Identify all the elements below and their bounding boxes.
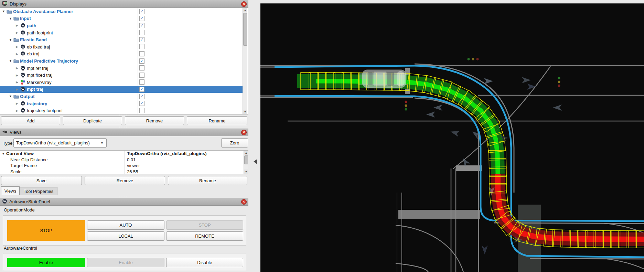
display-checkbox[interactable]: ✓ bbox=[139, 16, 144, 21]
viz-3d-view[interactable] bbox=[248, 0, 644, 272]
collapse-arrow-icon[interactable]: ▼ bbox=[9, 59, 13, 63]
property-name: Near Clip Distance bbox=[0, 157, 125, 162]
tree-item-trajectory[interactable]: ▶trajectory✓ bbox=[0, 100, 243, 107]
tree-item-eb-traj[interactable]: ▶eb traj bbox=[0, 51, 243, 58]
display-checkbox[interactable] bbox=[139, 79, 144, 85]
rviz-window: Displays ✕ ▼Obstacle Avoidance Planner✓▼… bbox=[0, 0, 644, 272]
expand-arrow-icon[interactable]: ▶ bbox=[16, 52, 20, 56]
tab-tool-properties[interactable]: Tool Properties bbox=[20, 187, 57, 195]
state-panel-close-icon[interactable]: ✕ bbox=[241, 199, 247, 205]
tree-item-label: mpt traj bbox=[27, 87, 43, 92]
display-checkbox[interactable] bbox=[139, 44, 144, 49]
tree-item-markerarray[interactable]: ▶MarkerArray bbox=[0, 79, 243, 86]
expand-arrow-icon[interactable]: ▶ bbox=[16, 45, 20, 48]
view-property-row[interactable]: Target Frameviewer bbox=[0, 163, 248, 169]
remove-display-button[interactable]: Remove bbox=[125, 116, 184, 125]
display-checkbox[interactable]: ✓ bbox=[139, 58, 144, 64]
display-checkbox[interactable]: ✓ bbox=[139, 23, 144, 28]
traffic-light-dot bbox=[472, 58, 474, 61]
splitter-handle[interactable]: ······ bbox=[0, 126, 248, 128]
remove-view-button[interactable]: Remove bbox=[85, 176, 165, 185]
views-panel-header[interactable]: Views ✕ bbox=[0, 128, 248, 136]
tree-item-input[interactable]: ▼Input✓ bbox=[0, 15, 243, 22]
collapse-arrow-icon[interactable]: ▼ bbox=[2, 152, 5, 155]
display-checkbox[interactable] bbox=[139, 51, 144, 56]
collapse-arrow-icon[interactable]: ▼ bbox=[2, 10, 7, 13]
display-icon bbox=[20, 44, 27, 50]
local-button[interactable]: LOCAL bbox=[87, 231, 164, 241]
tree-item-obstacle-avoidance-planner[interactable]: ▼Obstacle Avoidance Planner✓ bbox=[0, 8, 243, 15]
view-property-row[interactable]: Scale26.55 bbox=[0, 169, 248, 175]
views-panel-title: Views bbox=[10, 130, 21, 135]
expand-arrow-icon[interactable]: ▶ bbox=[16, 74, 20, 77]
display-checkbox[interactable]: ✓ bbox=[139, 9, 144, 14]
views-table-scrollbar[interactable]: ▲ ▼ bbox=[244, 151, 248, 174]
folder-icon bbox=[13, 37, 20, 42]
collapse-arrow-icon[interactable]: ▼ bbox=[9, 17, 13, 20]
expand-arrow-icon[interactable]: ▶ bbox=[16, 66, 20, 70]
property-value[interactable]: viewer bbox=[125, 163, 248, 169]
view-property-row[interactable]: Near Clip Distance0.01 bbox=[0, 157, 248, 163]
tree-item-mpt-traj[interactable]: ▶mpt traj✓ bbox=[0, 86, 243, 93]
type-label: Type: bbox=[3, 141, 14, 146]
expand-arrow-icon[interactable]: ▶ bbox=[16, 88, 20, 91]
display-checkbox[interactable] bbox=[139, 30, 144, 35]
tree-item-output[interactable]: ▼Output✓ bbox=[0, 93, 243, 100]
displays-tree-scrollbar[interactable]: ▲ ▼ bbox=[243, 8, 247, 114]
operation-mode-status: STOP bbox=[7, 220, 85, 241]
autoware-state-panel-header[interactable]: AutowareStatePanel ✕ bbox=[0, 198, 248, 206]
duplicate-button[interactable]: Duplicate bbox=[63, 116, 122, 125]
property-value[interactable]: TopDownOrtho (rviz_default_plugins) bbox=[125, 151, 248, 157]
save-view-button[interactable]: Save bbox=[1, 176, 82, 185]
splitter-handle[interactable]: ······ bbox=[0, 114, 248, 116]
tree-item-path[interactable]: ▶path✓ bbox=[0, 22, 243, 29]
disable-button[interactable]: Disable bbox=[166, 258, 243, 267]
property-value[interactable]: 26.55 bbox=[125, 169, 248, 175]
display-checkbox[interactable] bbox=[139, 65, 144, 70]
tree-item-eb-fixed-traj[interactable]: ▶eb fixed traj bbox=[0, 43, 243, 51]
display-checkbox[interactable]: ✓ bbox=[139, 87, 144, 92]
display-icon bbox=[20, 87, 27, 92]
display-checkbox[interactable]: ✓ bbox=[139, 101, 144, 106]
tree-item-path-footprint[interactable]: ▶path footprint bbox=[0, 29, 243, 36]
tree-item-elastic-band[interactable]: ▼Elastic Band✓ bbox=[0, 36, 243, 43]
stop-button[interactable]: STOP bbox=[166, 220, 243, 230]
zero-button[interactable]: Zero bbox=[221, 138, 248, 148]
display-checkbox[interactable]: ✓ bbox=[139, 94, 144, 99]
display-icon bbox=[20, 73, 27, 78]
auto-button[interactable]: AUTO bbox=[87, 220, 164, 230]
displays-panel-header[interactable]: Displays ✕ bbox=[0, 0, 248, 8]
tree-item-label: trajectory footprint bbox=[27, 108, 63, 113]
displays-close-icon[interactable]: ✕ bbox=[241, 1, 247, 7]
expand-arrow-icon[interactable]: ▶ bbox=[16, 109, 20, 112]
expand-arrow-icon[interactable]: ▶ bbox=[16, 24, 20, 27]
collapse-arrow-icon[interactable]: ▼ bbox=[9, 38, 13, 42]
expand-arrow-icon[interactable]: ▶ bbox=[16, 80, 20, 84]
property-value[interactable]: 0.01 bbox=[125, 157, 248, 163]
views-icon bbox=[2, 130, 8, 135]
view-property-row[interactable]: ▼Current ViewTopDownOrtho (rviz_default_… bbox=[0, 151, 248, 157]
display-checkbox[interactable] bbox=[139, 73, 144, 78]
tree-item-mpt-fixed-traj[interactable]: ▶mpt fixed traj bbox=[0, 72, 243, 79]
tree-item-model-predictive-trajectory[interactable]: ▼Model Predictive Trajectory✓ bbox=[0, 57, 243, 65]
views-close-icon[interactable]: ✕ bbox=[241, 130, 247, 135]
add-button[interactable]: Add bbox=[1, 116, 60, 125]
property-name: Target Frame bbox=[0, 163, 125, 168]
folder-icon bbox=[13, 16, 20, 21]
expand-arrow-icon[interactable]: ▶ bbox=[16, 102, 20, 105]
tree-item-label: Input bbox=[20, 16, 31, 21]
view-type-dropdown[interactable]: TopDownOrtho (rviz_default_plugins) ▼ bbox=[13, 138, 107, 148]
rename-display-button[interactable]: Rename bbox=[187, 116, 247, 125]
tree-item-mpt-ref-traj[interactable]: ▶mpt ref traj bbox=[0, 65, 243, 72]
rename-view-button[interactable]: Rename bbox=[168, 176, 247, 185]
tab-views[interactable]: Views bbox=[1, 186, 20, 195]
remote-button[interactable]: REMOTE bbox=[166, 231, 243, 241]
folder-icon bbox=[13, 59, 20, 63]
expand-arrow-icon[interactable]: ▶ bbox=[16, 31, 20, 34]
display-checkbox[interactable]: ✓ bbox=[139, 37, 144, 42]
display-checkbox[interactable] bbox=[139, 108, 144, 113]
viz-canvas[interactable] bbox=[248, 0, 644, 272]
enable-button[interactable]: Enable bbox=[87, 258, 164, 267]
collapse-arrow-icon[interactable]: ▼ bbox=[9, 95, 13, 98]
display-icon bbox=[20, 66, 27, 71]
